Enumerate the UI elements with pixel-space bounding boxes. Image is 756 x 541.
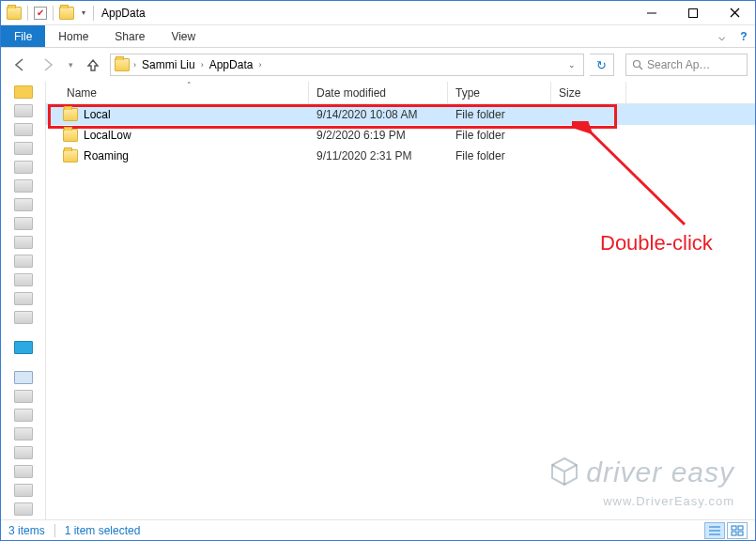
folder-icon: [115, 58, 130, 71]
up-button[interactable]: [82, 54, 104, 76]
file-date: 9/2/2020 6:19 PM: [309, 129, 448, 142]
svg-rect-13: [738, 532, 743, 535]
view-large-icons-button[interactable]: [727, 522, 748, 539]
svg-rect-10: [732, 526, 736, 530]
column-header-name[interactable]: Name: [46, 82, 309, 103]
nav-item-icon[interactable]: [14, 161, 33, 174]
nav-item-icon[interactable]: [14, 123, 33, 136]
folder-icon: [63, 129, 78, 142]
nav-item-icon[interactable]: [14, 484, 33, 497]
svg-rect-1: [689, 8, 698, 17]
tab-share[interactable]: Share: [101, 25, 158, 47]
refresh-button[interactable]: ↻: [590, 54, 614, 76]
properties-icon[interactable]: ✔: [34, 7, 47, 20]
ribbon-expand-icon[interactable]: ⌵: [710, 25, 733, 47]
divider: [93, 6, 94, 21]
sort-ascending-icon: ˄: [187, 81, 192, 90]
forward-button[interactable]: [37, 54, 59, 76]
nav-item-icon[interactable]: [14, 142, 33, 155]
maximize-button[interactable]: [672, 1, 714, 25]
file-type: File folder: [448, 108, 551, 121]
nav-item-icon[interactable]: [14, 255, 33, 268]
close-button[interactable]: [714, 1, 755, 25]
watermark-line1: driver easy: [586, 456, 734, 487]
watermark: driver easy www.DriverEasy.com: [548, 456, 734, 508]
nav-item-icon[interactable]: [14, 427, 33, 441]
nav-item-icon[interactable]: [14, 179, 33, 193]
nav-item-icon[interactable]: [14, 311, 33, 324]
file-name: LocalLow: [84, 129, 131, 142]
chevron-right-icon[interactable]: ›: [133, 60, 136, 70]
nav-item-icon[interactable]: [14, 104, 33, 117]
tab-home[interactable]: Home: [45, 25, 101, 47]
quick-access-icon[interactable]: [14, 85, 33, 99]
watermark-logo-icon: [548, 456, 580, 494]
svg-rect-11: [738, 526, 743, 530]
column-header-type[interactable]: Type: [448, 82, 551, 103]
svg-rect-12: [732, 532, 736, 535]
back-button[interactable]: [8, 54, 31, 76]
address-history-icon[interactable]: ⌄: [564, 60, 579, 70]
folder-icon: [63, 108, 78, 121]
file-list: ˄ Name Date modified Type Size Local 9/1…: [46, 82, 755, 519]
tab-file[interactable]: File: [1, 25, 45, 47]
search-icon: [632, 59, 643, 70]
divider: [53, 6, 54, 21]
status-selection: 1 item selected: [65, 524, 141, 537]
column-header-size[interactable]: Size: [551, 82, 626, 103]
search-input[interactable]: Search Ap…: [625, 54, 748, 76]
qat-customize-icon[interactable]: ▾: [80, 8, 87, 17]
table-row[interactable]: Local 9/14/2020 10:08 AM File folder: [46, 104, 755, 125]
nav-item-icon[interactable]: [14, 409, 33, 422]
chevron-right-icon[interactable]: ›: [201, 60, 204, 70]
annotation-label: Double-click: [600, 231, 713, 255]
new-folder-icon[interactable]: [59, 7, 74, 20]
folder-icon: [63, 149, 78, 162]
this-pc-icon[interactable]: [14, 371, 33, 384]
file-name: Local: [84, 108, 111, 121]
breadcrumb-part[interactable]: Sammi Liu: [140, 58, 197, 71]
table-row[interactable]: Roaming 9/11/2020 2:31 PM File folder: [46, 146, 755, 166]
onedrive-icon[interactable]: [14, 341, 33, 354]
nav-item-icon[interactable]: [14, 502, 33, 516]
title-bar: ✔ ▾ AppData: [1, 1, 755, 25]
column-header-date[interactable]: Date modified: [309, 82, 448, 103]
nav-item-icon[interactable]: [14, 236, 33, 249]
nav-item-icon[interactable]: [14, 465, 33, 478]
divider: [27, 6, 28, 21]
file-type: File folder: [448, 149, 551, 162]
file-type: File folder: [448, 129, 551, 142]
column-headers: ˄ Name Date modified Type Size: [46, 82, 755, 104]
nav-item-icon[interactable]: [14, 390, 33, 403]
svg-point-4: [634, 61, 640, 68]
view-details-button[interactable]: [704, 522, 725, 539]
recent-locations-icon[interactable]: ▾: [65, 54, 76, 76]
navigation-pane[interactable]: [1, 82, 46, 519]
watermark-line2: www.DriverEasy.com: [548, 494, 734, 508]
breadcrumb-part[interactable]: AppData: [208, 58, 255, 71]
nav-item-icon[interactable]: [14, 198, 33, 211]
nav-item-icon[interactable]: [14, 292, 33, 305]
ribbon: File Home Share View ⌵ ?: [1, 25, 755, 48]
quick-access-toolbar: ✔ ▾: [1, 6, 94, 21]
nav-item-icon[interactable]: [14, 217, 33, 230]
status-item-count: 3 items: [8, 524, 45, 537]
file-date: 9/14/2020 10:08 AM: [309, 108, 448, 121]
minimize-button[interactable]: [631, 1, 672, 25]
chevron-right-icon[interactable]: ›: [258, 60, 261, 70]
help-icon[interactable]: ?: [733, 25, 755, 47]
file-date: 9/11/2020 2:31 PM: [309, 149, 448, 162]
nav-toolbar: ▾ › Sammi Liu › AppData › ⌄ ↻ Search Ap…: [1, 48, 755, 82]
window-controls: [631, 1, 755, 25]
status-bar: 3 items 1 item selected: [1, 519, 755, 540]
nav-item-icon[interactable]: [14, 273, 33, 286]
table-row[interactable]: LocalLow 9/2/2020 6:19 PM File folder: [46, 125, 755, 146]
divider: [54, 524, 55, 537]
svg-line-5: [640, 67, 642, 70]
address-bar[interactable]: › Sammi Liu › AppData › ⌄: [110, 54, 584, 76]
nav-item-icon[interactable]: [14, 446, 33, 459]
search-placeholder: Search Ap…: [647, 58, 741, 71]
window-title: AppData: [101, 7, 146, 20]
tab-view[interactable]: View: [158, 25, 208, 47]
folder-icon: [7, 7, 22, 20]
